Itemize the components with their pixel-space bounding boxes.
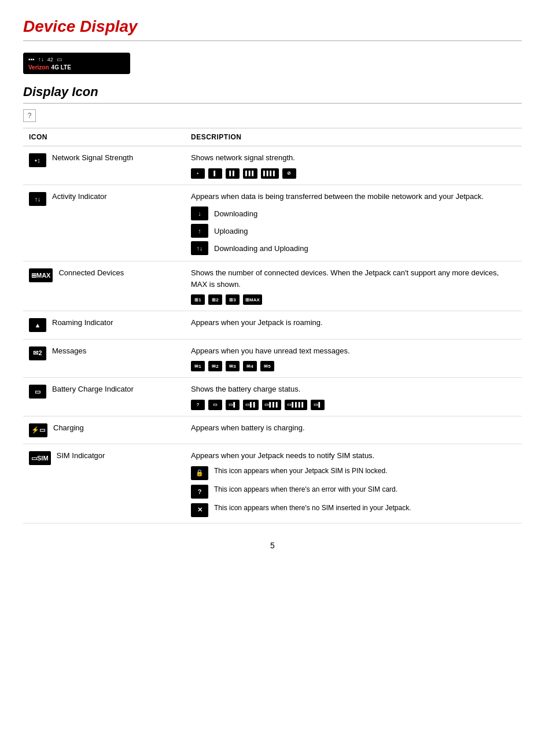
row-icon: ▌: [208, 168, 222, 179]
sim-sub-row: ✕This icon appears when there's no SIM i…: [191, 503, 516, 517]
desc-cell: Appears when you have unread text messag…: [185, 339, 522, 378]
row-icon: ⊘: [282, 168, 296, 179]
row-icon: ▌▌▌: [243, 168, 257, 179]
desc-text: Shows the battery charge status.: [191, 383, 516, 395]
row-icon: ⊞MAX: [243, 294, 262, 305]
col-header-desc: DESCRIPTION: [185, 128, 522, 146]
desc-text: Appears when your Jetpack is roaming.: [191, 317, 516, 329]
device-screenshot: ▪▪▪ ↑↓ 42 ▭ Verizon 4G LTE: [23, 53, 130, 74]
row-icon: ▭▌: [226, 400, 240, 410]
desc-text: Shows network signal strength.: [191, 152, 516, 164]
battery-icon: ▭: [57, 56, 62, 62]
icon-cell: ▭Battery Charge Indicator: [23, 378, 185, 416]
desc-text: Appears when battery is charging.: [191, 422, 516, 434]
sim-sub-row: 🔒This icon appears when your Jetpack SIM…: [191, 466, 516, 480]
table-row: ▭SIMSIM IndicatgorAppears when your Jetp…: [23, 444, 522, 523]
row-icon: ?: [191, 485, 208, 499]
icon-label: Messages: [52, 346, 86, 355]
desc-text: Appears when you have unread text messag…: [191, 345, 516, 357]
question-mark-box: ?: [23, 109, 36, 122]
section-divider: [23, 103, 522, 104]
table-row: ▭Battery Charge IndicatorShows the batte…: [23, 378, 522, 416]
row-icon: ⊞2: [208, 294, 222, 305]
row-icon: ✉4: [243, 361, 257, 371]
icon-cell: ↑↓Activity Indicator: [23, 185, 185, 261]
desc-text: Appears when data is being transferred b…: [191, 191, 516, 202]
table-row: ↑↓Activity IndicatorAppears when data is…: [23, 185, 522, 261]
icon-cell: ▭SIMSIM Indicatgor: [23, 444, 185, 523]
section-title: Display Icon: [23, 84, 522, 99]
icon-label: Charging: [53, 423, 84, 432]
icon-cell: ▲Roaming Indicator: [23, 311, 185, 340]
row-icon: ▲: [29, 318, 46, 332]
icon-cell: ▪↕Network Signal Strength: [23, 146, 185, 185]
row-icon: ▭: [29, 385, 46, 399]
lte-label: 4G LTE: [51, 64, 71, 71]
sim-sub-row: ?This icon appears when there's an error…: [191, 485, 516, 499]
row-icon: 🔒: [191, 466, 208, 480]
icon-cell: ⚡▭Charging: [23, 416, 185, 444]
row-icon: ?: [191, 400, 205, 410]
arrows-icon: ↑↓: [38, 56, 44, 62]
desc-cell: Appears when your Jetpack is roaming.: [185, 311, 522, 340]
sim-sub-label: This icon appears when your Jetpack SIM …: [214, 466, 387, 476]
table-row: ▪↕Network Signal StrengthShows network s…: [23, 146, 522, 185]
row-icon: ▭: [208, 400, 222, 410]
icon-label: Activity Indicator: [52, 192, 107, 201]
icon-label: Network Signal Strength: [52, 153, 133, 162]
signal-bars-icon: ▪▪▪: [28, 56, 35, 62]
row-icon: ▭▌▌: [243, 400, 259, 410]
page-number: 5: [23, 541, 522, 550]
icon-cell: ✉2Messages: [23, 339, 185, 378]
row-icon: ▌▌▌▌: [261, 168, 279, 179]
sub-icon-row: ↓Downloading: [191, 206, 516, 220]
sim-sub-label: This icon appears when there's an error …: [214, 485, 397, 495]
sim-sub-label: This icon appears when there's no SIM in…: [214, 503, 411, 513]
row-icon: ✉2: [29, 346, 46, 360]
row-icon: ⊞MAX: [29, 268, 53, 282]
desc-text: Appears when your Jetpack needs to notif…: [191, 450, 516, 462]
row-icon: ✉3: [226, 361, 240, 371]
desc-cell: Shows network signal strength.▪▌▌▌▌▌▌▌▌▌…: [185, 146, 522, 185]
icon-table: ICON DESCRIPTION ▪↕Network Signal Streng…: [23, 128, 522, 523]
icon-cell: ⊞MAXConnected Devices: [23, 261, 185, 311]
signal2-icon: 42: [47, 57, 53, 62]
desc-cell: Appears when data is being transferred b…: [185, 185, 522, 261]
row-icon: ✉1: [191, 361, 205, 371]
row-icon: ↑↓: [191, 241, 208, 255]
table-row: ⊞MAXConnected DevicesShows the number of…: [23, 261, 522, 311]
row-icon: ▭▌▌▌: [262, 400, 281, 410]
icon-label: SIM Indicatgor: [57, 451, 105, 460]
icon-label: Battery Charge Indicator: [52, 385, 134, 393]
sub-icon-row: ↑↓Downloading and Uploading: [191, 241, 516, 255]
row-icon: ⊞3: [226, 294, 240, 305]
row-icon: ↓: [191, 206, 208, 220]
verizon-label: Verizon: [28, 64, 49, 71]
sub-icon-label: Downloading and Uploading: [214, 244, 308, 253]
row-icon: ↑↓: [29, 192, 46, 206]
icon-label: Connected Devices: [58, 268, 124, 277]
icon-label: Roaming Indicator: [52, 318, 113, 327]
col-header-icon: ICON: [23, 128, 185, 146]
row-icon: ⊞1: [191, 294, 205, 305]
row-icon: ✕: [191, 503, 208, 517]
row-icon: ▭SIM: [29, 451, 51, 465]
desc-cell: Shows the number of connected devices. W…: [185, 261, 522, 311]
table-row: ⚡▭ChargingAppears when battery is chargi…: [23, 416, 522, 444]
table-row: ▲Roaming IndicatorAppears when your Jetp…: [23, 311, 522, 340]
row-icon: ▭▌▌▌▌: [285, 400, 307, 410]
row-icon: ✉5: [260, 361, 274, 371]
title-divider: [23, 40, 522, 41]
table-row: ✉2MessagesAppears when you have unread t…: [23, 339, 522, 378]
sub-icon-label: Downloading: [214, 209, 257, 218]
row-icon: ✉2: [208, 361, 222, 371]
desc-cell: Shows the battery charge status.?▭▭▌▭▌▌▭…: [185, 378, 522, 416]
row-icon: ⚡▭: [29, 423, 47, 437]
row-icon: ▪: [191, 168, 205, 179]
row-icon: ▭▌: [311, 400, 325, 410]
row-icon: ↑: [191, 224, 208, 238]
desc-text: Shows the number of connected devices. W…: [191, 267, 516, 290]
desc-cell: Appears when battery is charging.: [185, 416, 522, 444]
row-icon: ▌▌: [226, 168, 240, 179]
sub-icon-row: ↑Uploading: [191, 224, 516, 238]
